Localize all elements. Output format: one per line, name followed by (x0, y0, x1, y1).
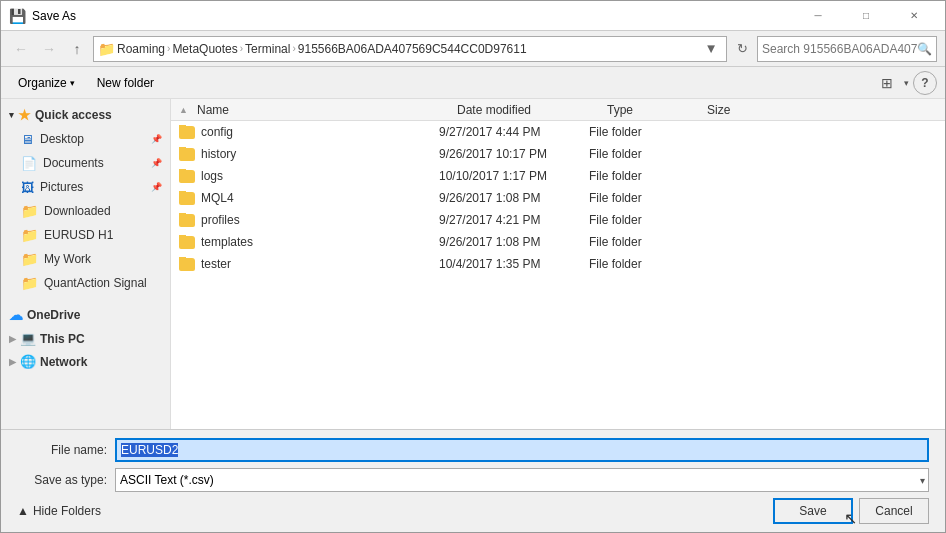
sidebar-item-pictures[interactable]: 🖼 Pictures 📌 (1, 175, 170, 199)
documents-icon: 📄 (21, 156, 37, 171)
search-input[interactable] (762, 42, 917, 56)
breadcrumb-terminal: Terminal (245, 42, 290, 56)
breadcrumb-sep-3: › (292, 43, 295, 54)
folder-icon (179, 170, 195, 183)
hide-folders-arrow-icon: ▲ (17, 504, 29, 518)
folder-icon (179, 148, 195, 161)
file-row-name-label: MQL4 (201, 191, 234, 205)
table-row[interactable]: logs 10/10/2017 1:17 PM File folder (171, 165, 945, 187)
sort-arrow-col: ▲ (179, 105, 193, 115)
new-folder-button[interactable]: New folder (88, 71, 163, 95)
downloaded-icon: 📁 (21, 203, 38, 219)
titlebar-controls: ─ □ ✕ (795, 1, 937, 31)
desktop-pin-icon: 📌 (151, 134, 162, 144)
file-row-date: 9/26/2017 1:08 PM (439, 191, 589, 205)
file-row-date: 9/26/2017 1:08 PM (439, 235, 589, 249)
help-button[interactable]: ? (913, 71, 937, 95)
col-type-header[interactable]: Type (607, 103, 707, 117)
file-row-name: profiles (179, 213, 439, 227)
address-bar[interactable]: 📁 Roaming › MetaQuotes › Terminal › 9155… (93, 36, 727, 62)
network-arrow-icon: ▶ (9, 357, 16, 367)
address-toolbar: ← → ↑ 📁 Roaming › MetaQuotes › Terminal … (1, 31, 945, 67)
sidebar-item-mywork[interactable]: 📁 My Work (1, 247, 170, 271)
file-row-type: File folder (589, 191, 689, 205)
sidebar-section-thispc[interactable]: ▶ 💻 This PC (1, 327, 170, 350)
search-box[interactable]: 🔍 (757, 36, 937, 62)
sidebar-section-network[interactable]: ▶ 🌐 Network (1, 350, 170, 373)
file-list: config 9/27/2017 4:44 PM File folder his… (171, 121, 945, 429)
refresh-button[interactable]: ↻ (731, 37, 753, 61)
file-row-type: File folder (589, 147, 689, 161)
table-row[interactable]: tester 10/4/2017 1:35 PM File folder (171, 253, 945, 275)
file-row-name: tester (179, 257, 439, 271)
quick-access-icon: ★ (18, 107, 31, 123)
savetype-wrapper: ASCII Text (*.csv) CSV (*.csv) Text (*.t… (115, 468, 929, 492)
titlebar-title: Save As (32, 9, 76, 23)
table-row[interactable]: MQL4 9/26/2017 1:08 PM File folder (171, 187, 945, 209)
refresh-icon: ↻ (737, 41, 748, 56)
table-row[interactable]: config 9/27/2017 4:44 PM File folder (171, 121, 945, 143)
search-icon: 🔍 (917, 42, 932, 56)
save-as-dialog: 💾 Save As ─ □ ✕ ← → ↑ 📁 Roaming › MetaQu… (0, 0, 946, 533)
view-dropdown-icon: ▾ (904, 78, 909, 88)
back-button[interactable]: ← (9, 37, 33, 61)
thispc-arrow-icon: ▶ (9, 334, 16, 344)
file-row-name-label: config (201, 125, 233, 139)
col-size-header[interactable]: Size (707, 103, 787, 117)
maximize-button[interactable]: □ (843, 1, 889, 31)
quick-access-arrow-icon: ▾ (9, 110, 14, 120)
up-button[interactable]: ↑ (65, 37, 89, 61)
breadcrumb-sep-1: › (167, 43, 170, 54)
folder-icon (179, 214, 195, 227)
eurusd-icon: 📁 (21, 227, 38, 243)
filename-input[interactable] (115, 438, 929, 462)
file-row-type: File folder (589, 169, 689, 183)
documents-pin-icon: 📌 (151, 158, 162, 168)
sidebar-item-downloaded[interactable]: 📁 Downloaded (1, 199, 170, 223)
titlebar: 💾 Save As ─ □ ✕ (1, 1, 945, 31)
forward-icon: → (42, 41, 56, 57)
table-row[interactable]: templates 9/26/2017 1:08 PM File folder (171, 231, 945, 253)
breadcrumb: 📁 Roaming › MetaQuotes › Terminal › 9155… (98, 41, 700, 57)
sidebar-item-downloaded-label: Downloaded (44, 204, 111, 218)
breadcrumb-sep-2: › (240, 43, 243, 54)
address-dropdown-button[interactable]: ▼ (700, 37, 722, 61)
bottom-section: File name: Save as type: ASCII Text (*.c… (1, 429, 945, 532)
view-button[interactable]: ⊞ (874, 71, 900, 95)
col-date-header[interactable]: Date modified (457, 103, 607, 117)
sidebar-item-quantaction[interactable]: 📁 QuantAction Signal (1, 271, 170, 295)
cancel-button[interactable]: Cancel (859, 498, 929, 524)
onedrive-label: OneDrive (27, 308, 80, 322)
sidebar-section-quick-access[interactable]: ▾ ★ Quick access (1, 103, 170, 127)
breadcrumb-metaquotes: MetaQuotes (172, 42, 237, 56)
main-content: ▾ ★ Quick access 🖥 Desktop 📌 📄 Documents… (1, 99, 945, 429)
sidebar-item-eurusd[interactable]: 📁 EURUSD H1 (1, 223, 170, 247)
col-size-label: Size (707, 103, 730, 117)
savetype-select[interactable]: ASCII Text (*.csv) CSV (*.csv) Text (*.t… (115, 468, 929, 492)
sidebar-item-documents[interactable]: 📄 Documents 📌 (1, 151, 170, 175)
minimize-button[interactable]: ─ (795, 1, 841, 31)
table-row[interactable]: profiles 9/27/2017 4:21 PM File folder (171, 209, 945, 231)
hide-folders-button[interactable]: ▲ Hide Folders (17, 504, 101, 518)
organize-button[interactable]: Organize ▾ (9, 71, 84, 95)
file-row-name-label: profiles (201, 213, 240, 227)
hide-folders-label: Hide Folders (33, 504, 101, 518)
titlebar-icon: 💾 (9, 8, 26, 24)
action-row: ▲ Hide Folders Save ↖ Cancel (17, 498, 929, 524)
sidebar-section-onedrive[interactable]: ☁ OneDrive (1, 303, 170, 327)
save-button[interactable]: Save ↖ (773, 498, 853, 524)
file-row-type: File folder (589, 125, 689, 139)
back-icon: ← (14, 41, 28, 57)
titlebar-left: 💾 Save As (9, 8, 76, 24)
sidebar-item-desktop[interactable]: 🖥 Desktop 📌 (1, 127, 170, 151)
forward-button[interactable]: → (37, 37, 61, 61)
file-row-type: File folder (589, 213, 689, 227)
sidebar-item-quantaction-label: QuantAction Signal (44, 276, 147, 290)
organize-label: Organize (18, 76, 67, 90)
table-row[interactable]: history 9/26/2017 10:17 PM File folder (171, 143, 945, 165)
breadcrumb-folder-icon: 📁 (98, 41, 115, 57)
close-button[interactable]: ✕ (891, 1, 937, 31)
savetype-row: Save as type: ASCII Text (*.csv) CSV (*.… (17, 468, 929, 492)
help-icon: ? (921, 76, 928, 90)
col-name-header[interactable]: Name (197, 103, 457, 117)
